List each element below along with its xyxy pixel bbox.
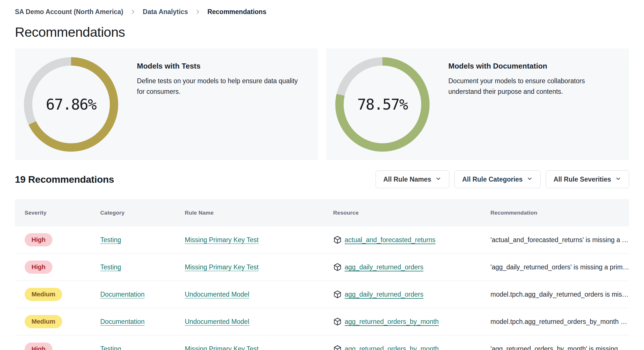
column-header-severity: Severity (15, 210, 91, 216)
resource-cell: agg_daily_returned_orders (323, 290, 481, 299)
category-link[interactable]: Testing (100, 236, 121, 244)
chevron-down-icon (615, 175, 621, 184)
cube-icon (333, 263, 342, 271)
category-cell: Documentation (91, 291, 175, 298)
recommendations-count: 19 Recommendations (15, 174, 114, 185)
tests-card-description: Define tests on your models to help ensu… (137, 76, 306, 97)
chevron-down-icon (527, 175, 533, 184)
rule-name-link[interactable]: Missing Primary Key Test (185, 263, 259, 271)
breadcrumb: SA Demo Account (North America) Data Ana… (15, 7, 629, 17)
table-body: High Testing Missing Primary Key Test ac… (15, 226, 629, 350)
cube-icon (333, 236, 342, 244)
cube-icon (333, 290, 342, 299)
tests-card-title: Models with Tests (137, 62, 306, 71)
rule-severities-filter-label: All Rule Severities (553, 176, 611, 183)
rule-name-cell: Undocumented Model (175, 318, 323, 326)
table-row: Medium Documentation Undocumented Model … (15, 308, 629, 335)
rule-name-cell: Missing Primary Key Test (175, 236, 323, 244)
rule-name-link[interactable]: Missing Primary Key Test (185, 236, 259, 244)
docs-donut-chart: 78.57% (335, 57, 430, 152)
page-title: Recommendations (15, 24, 629, 40)
category-cell: Testing (91, 345, 175, 350)
severity-cell: High (15, 260, 91, 274)
resource-link[interactable]: agg_daily_returned_orders (345, 291, 423, 298)
table-row: High Testing Missing Primary Key Test ag… (15, 335, 629, 350)
resource-link[interactable]: actual_and_forecasted_returns (345, 236, 435, 244)
rule-categories-filter-label: All Rule Categories (462, 176, 523, 183)
severity-badge: High (25, 260, 52, 274)
column-header-rule-name: Rule Name (175, 210, 323, 216)
recommendations-table: Severity Category Rule Name Resource Rec… (15, 199, 629, 350)
resource-cell: agg_daily_returned_orders (323, 263, 481, 271)
docs-card-text: Models with Documentation Document your … (448, 48, 618, 97)
severity-cell: High (15, 343, 91, 350)
severity-badge: Medium (25, 315, 62, 328)
rule-name-cell: Undocumented Model (175, 291, 323, 298)
column-header-recommendation: Recommendation (481, 210, 629, 216)
column-header-category: Category (91, 210, 175, 216)
table-row: Medium Documentation Undocumented Model … (15, 281, 629, 308)
list-header: 19 Recommendations All Rule Names All Ru… (15, 170, 629, 188)
rule-categories-filter-dropdown[interactable]: All Rule Categories (454, 170, 541, 188)
resource-link[interactable]: agg_returned_orders_by_month (345, 318, 439, 326)
resource-link[interactable]: agg_returned_orders_by_month (345, 345, 439, 350)
tests-donut-chart: 67.86% (23, 57, 119, 152)
rule-name-link[interactable]: Missing Primary Key Test (185, 345, 259, 350)
severity-badge: High (25, 233, 52, 246)
table-row: High Testing Missing Primary Key Test ag… (15, 254, 629, 281)
resource-cell: agg_returned_orders_by_month (323, 345, 481, 350)
column-header-resource: Resource (323, 210, 481, 216)
chevron-right-icon (131, 8, 135, 15)
rule-name-link[interactable]: Undocumented Model (185, 291, 249, 298)
docs-card-description: Document your models to ensure collabora… (448, 76, 618, 97)
category-link[interactable]: Documentation (100, 318, 145, 325)
severity-cell: Medium (15, 315, 91, 328)
category-cell: Testing (91, 236, 175, 244)
table-row: High Testing Missing Primary Key Test ac… (15, 226, 629, 254)
models-with-tests-card: 67.86% Models with Tests Define tests on… (15, 48, 318, 160)
models-with-documentation-card: 78.57% Models with Documentation Documen… (326, 48, 629, 160)
resource-cell: agg_returned_orders_by_month (323, 317, 481, 326)
severity-badge: High (25, 343, 52, 350)
rule-severities-filter-dropdown[interactable]: All Rule Severities (546, 170, 629, 188)
rule-name-link[interactable]: Undocumented Model (185, 318, 249, 325)
rule-names-filter-dropdown[interactable]: All Rule Names (376, 170, 449, 188)
recommendation-cell: 'agg_returned_orders_by_month' is missin… (481, 345, 629, 350)
rule-names-filter-label: All Rule Names (383, 176, 431, 183)
tests-card-text: Models with Tests Define tests on your m… (137, 48, 306, 97)
chevron-right-icon (195, 8, 200, 15)
breadcrumb-current: Recommendations (207, 8, 266, 16)
chevron-down-icon (435, 175, 441, 184)
rule-name-cell: Missing Primary Key Test (175, 263, 323, 271)
resource-cell: actual_and_forecasted_returns (323, 236, 481, 244)
severity-cell: High (15, 233, 91, 246)
docs-card-title: Models with Documentation (448, 62, 618, 71)
table-header-row: Severity Category Rule Name Resource Rec… (15, 199, 629, 226)
severity-badge: Medium (25, 288, 62, 301)
recommendation-cell: model.tpch.agg_daily_returned_orders is … (481, 291, 629, 298)
recommendation-cell: 'actual_and_forecasted_returns' is missi… (481, 236, 629, 244)
category-cell: Documentation (91, 318, 175, 326)
recommendation-cell: model.tpch.agg_returned_orders_by_month … (481, 318, 629, 326)
breadcrumb-account[interactable]: SA Demo Account (North America) (15, 8, 123, 16)
severity-cell: Medium (15, 288, 91, 301)
cube-icon (333, 345, 342, 350)
filter-bar: All Rule Names All Rule Categories All R… (376, 170, 629, 188)
category-link[interactable]: Documentation (100, 291, 145, 298)
recommendations-page: SA Demo Account (North America) Data Ana… (0, 0, 644, 350)
resource-link[interactable]: agg_daily_returned_orders (345, 263, 423, 271)
rule-name-cell: Missing Primary Key Test (175, 345, 323, 350)
docs-percent-value: 78.57% (335, 57, 430, 152)
cube-icon (333, 317, 342, 326)
breadcrumb-project[interactable]: Data Analytics (143, 8, 188, 16)
tests-percent-value: 67.86% (23, 57, 119, 152)
category-cell: Testing (91, 263, 175, 271)
recommendation-cell: 'agg_daily_returned_orders' is missing a… (481, 263, 629, 271)
category-link[interactable]: Testing (100, 263, 121, 271)
stat-cards: 67.86% Models with Tests Define tests on… (15, 48, 629, 160)
category-link[interactable]: Testing (100, 345, 121, 350)
